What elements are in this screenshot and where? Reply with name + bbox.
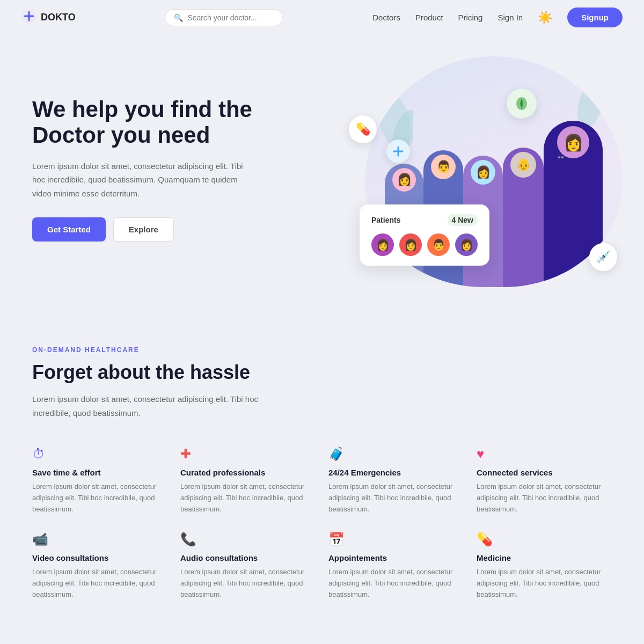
feature-title-4: Video consultations [32,553,167,562]
doctor-figure-4: 👴 [503,148,544,287]
patients-label: Patients [371,216,400,224]
feature-title-6: Appointements [328,553,464,562]
feature-icon-2: 🧳 [328,447,464,462]
feature-text-5: Lorem ipsum dolor sit amet, consectetur … [180,567,316,600]
feature-item-6: 📅 Appointements Lorem ipsum dolor sit am… [328,532,464,600]
patients-card-header: Patients 4 New [371,214,478,226]
navbar: DOKTO 🔍 Doctors Product Pricing Sign In … [0,0,644,35]
feature-text-7: Lorem ipsum dolor sit amet, consectetur … [477,567,612,600]
feature-item-7: 💊 Medicine Lorem ipsum dolor sit amet, c… [477,532,612,600]
feature-icon-7: 💊 [477,532,612,547]
leaf-icon [507,89,537,119]
features-section-label: ON-DEMAND HEALTHCARE [32,346,612,354]
patients-badge: 4 New [448,214,478,226]
signup-button[interactable]: Signup [567,8,623,27]
feature-text-4: Lorem ipsum dolor sit amet, consectetur … [32,567,167,600]
feature-item-4: 📹 Video consultations Lorem ipsum dolor … [32,532,167,600]
nav-link-signin[interactable]: Sign In [497,13,523,22]
feature-icon-0: ⏱ [32,447,167,462]
feature-title-3: Connected services [477,468,612,477]
feature-icon-3: ♥ [477,447,612,462]
doctors-section: HEALTHCARE PROFESSIONALS Our great docto… [0,622,644,644]
features-section: ON-DEMAND HEALTHCARE Forget about the ha… [0,314,644,622]
feature-title-2: 24/24 Emergencies [328,468,464,477]
hero-illustration: 💊 💉 [343,56,623,282]
features-headline: Forget about the hassle [32,361,612,384]
search-input[interactable] [187,13,274,22]
feature-item-3: ♥ Connected services Lorem ipsum dolor s… [477,447,612,515]
hero-section: We help you find the Doctor you need Lor… [0,35,644,314]
feature-item-1: ✚ Curated professionals Lorem ipsum dolo… [180,447,316,515]
patient-avatar-1: 👩 [371,233,394,256]
get-started-button[interactable]: Get Started [32,217,106,241]
search-icon: 🔍 [174,13,183,22]
patient-avatar-2: 👩 [399,233,422,256]
feature-icon-4: 📹 [32,532,167,547]
feature-icon-1: ✚ [180,447,316,462]
nav-link-pricing[interactable]: Pricing [458,13,483,22]
hero-headline: We help you find the Doctor you need [32,97,258,149]
feature-text-3: Lorem ipsum dolor sit amet, consectetur … [477,481,612,515]
hero-content: We help you find the Doctor you need Lor… [32,97,258,241]
feature-text-6: Lorem ipsum dolor sit amet, consectetur … [328,567,464,600]
feature-text-0: Lorem ipsum dolor sit amet, consectetur … [32,481,167,515]
search-bar[interactable]: 🔍 [165,9,283,26]
feature-item-2: 🧳 24/24 Emergencies Lorem ipsum dolor si… [328,447,464,515]
feature-icon-6: 📅 [328,532,464,547]
nav-links: Doctors Product Pricing Sign In ☀️ Signu… [372,8,623,27]
feature-item-5: 📞 Audio consultations Lorem ipsum dolor … [180,532,316,600]
feature-title-0: Save time & effort [32,468,167,477]
syringe-icon: 💉 [589,243,617,271]
svg-point-1 [27,14,31,18]
feature-icon-5: 📞 [180,532,316,547]
hero-description: Lorem ipsum dolor sit amet, consectetur … [32,159,258,201]
nav-link-product[interactable]: Product [415,13,443,22]
feature-title-7: Medicine [477,553,612,562]
feature-text-1: Lorem ipsum dolor sit amet, consectetur … [180,481,316,515]
medical-cross-icon [386,140,410,163]
patients-card: Patients 4 New 👩 👩 👨 👩 [360,204,489,266]
feature-title-5: Audio consultations [180,553,316,562]
features-description: Lorem ipsum dolor sit amet, consectetur … [32,392,279,420]
feature-title-1: Curated professionals [180,468,316,477]
nav-link-doctors[interactable]: Doctors [372,13,400,22]
brand-name: DOKTO [41,12,76,23]
explore-button[interactable]: Explore [113,217,174,241]
logo: DOKTO [21,9,76,27]
hero-buttons: Get Started Explore [32,217,258,241]
theme-toggle[interactable]: ☀️ [538,11,552,25]
features-grid: ⏱ Save time & effort Lorem ipsum dolor s… [32,447,612,601]
feature-item-0: ⏱ Save time & effort Lorem ipsum dolor s… [32,447,167,515]
feature-text-2: Lorem ipsum dolor sit amet, consectetur … [328,481,464,515]
patient-avatar-4: 👩 [455,233,478,256]
patient-avatar-3: 👨 [427,233,450,256]
pill-icon: 💊 [349,115,377,143]
patient-avatars: 👩 👩 👨 👩 [371,233,478,256]
logo-icon [21,9,36,27]
